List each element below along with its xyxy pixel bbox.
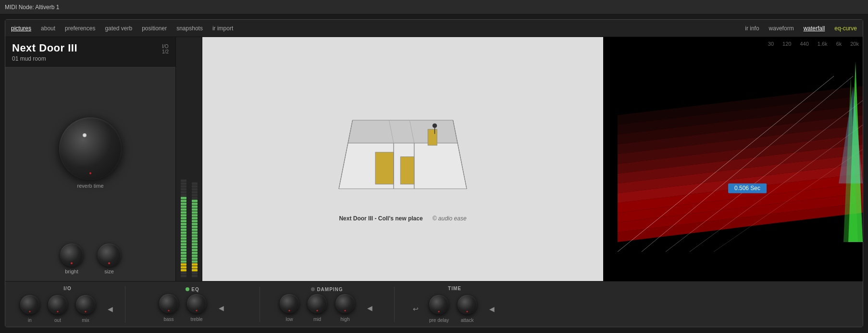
nav-waveform[interactable]: waveform — [769, 25, 794, 32]
eq-knobs-row: bass treble ◀ — [159, 294, 226, 322]
bright-label: bright — [65, 269, 78, 274]
damping-label: DAMPING — [317, 287, 343, 292]
high-knob-item: high — [335, 294, 355, 322]
high-knob[interactable] — [335, 294, 355, 313]
io-knobs-row: in out mix ◀ — [20, 295, 115, 323]
freq-30: 30 — [768, 41, 774, 47]
treble-label: treble — [190, 317, 202, 322]
svg-text:0.506 Sec: 0.506 Sec — [734, 185, 760, 192]
nav-gated-verb[interactable]: gated verb — [105, 25, 132, 32]
io-collapse-arrow[interactable]: ◀ — [106, 304, 115, 314]
nav-bar: pictures about preferences gated verb po… — [5, 20, 863, 37]
preset-header: I/O1/2 Next Door III 01 mud room — [5, 37, 175, 67]
mid-label: mid — [313, 317, 321, 322]
room-floorplan — [311, 97, 494, 212]
vu-meters — [176, 37, 202, 281]
freq-440: 440 — [800, 41, 808, 47]
out-label: out — [54, 318, 61, 323]
nav-ir-info[interactable]: ir info — [745, 25, 759, 32]
plugin-body: pictures about preferences gated verb po… — [5, 19, 863, 327]
damping-header: DAMPING — [311, 287, 343, 292]
reverb-time-area: reverb time — [5, 67, 175, 239]
freq-1k6: 1.6k — [818, 41, 828, 47]
bottom-controls: I/O in out mix ◀ — [5, 281, 863, 327]
picture-title: Next Door III - Coll's new place — [339, 215, 422, 222]
low-knob-item: low — [280, 294, 299, 322]
nav-eq-curve[interactable]: eq-curve — [834, 25, 857, 32]
small-knobs-row: bright size — [5, 239, 175, 281]
eq-section: EQ bass treble ◀ — [125, 287, 260, 322]
vu-channel-right — [190, 142, 199, 277]
eq-header: EQ — [186, 287, 199, 292]
svg-rect-5 — [400, 156, 414, 184]
waterfall-freq-labels: 30 120 440 1.6k 6k 20k — [768, 41, 859, 47]
high-label: high — [341, 317, 350, 322]
title-label: MIDI Node: Altiverb 1 — [5, 4, 59, 11]
pre-delay-label: pre delay — [429, 318, 449, 323]
bass-label: bass — [163, 317, 174, 322]
in-knob[interactable] — [20, 295, 39, 314]
mix-knob-item: mix — [76, 295, 95, 323]
reverb-time-label: reverb time — [77, 183, 103, 189]
time-header: TIME — [448, 286, 461, 293]
svg-marker-1 — [348, 120, 458, 143]
time-label: TIME — [448, 286, 461, 291]
time-knobs-row: ↩ pre delay attack ◀ — [413, 295, 496, 323]
low-knob[interactable] — [280, 294, 299, 313]
svg-rect-6 — [428, 129, 437, 145]
attack-label: attack — [461, 318, 474, 323]
time-collapse-arrow[interactable]: ◀ — [487, 304, 496, 314]
io-badge: I/O1/2 — [162, 44, 169, 54]
size-knob[interactable] — [98, 243, 121, 267]
attack-knob[interactable] — [458, 295, 477, 314]
picture-caption: Next Door III - Coll's new place © audio… — [339, 215, 466, 222]
svg-point-9 — [433, 123, 437, 128]
in-knob-item: in — [20, 295, 39, 323]
nav-pictures[interactable]: pictures — [11, 25, 31, 32]
freq-20k: 20k — [850, 41, 859, 47]
bass-knob-item: bass — [159, 294, 178, 322]
knob-dot — [89, 172, 91, 174]
io-section: I/O in out mix ◀ — [10, 286, 125, 323]
reverb-time-knob[interactable] — [59, 117, 122, 180]
nav-about[interactable]: about — [41, 25, 55, 32]
damping-collapse-arrow[interactable]: ◀ — [365, 303, 374, 313]
title-bar: MIDI Node: Altiverb 1 — [0, 0, 868, 14]
mid-knob[interactable] — [308, 294, 327, 313]
bass-knob[interactable] — [159, 294, 178, 313]
nav-snapshots[interactable]: snapshots — [176, 25, 203, 32]
eq-label: EQ — [191, 287, 199, 292]
preset-sub: 01 mud room — [12, 55, 169, 62]
damping-knobs-row: low mid high ◀ — [280, 294, 374, 322]
eq-toggle[interactable]: EQ — [186, 287, 199, 292]
damping-toggle[interactable]: DAMPING — [311, 287, 343, 292]
mix-knob[interactable] — [76, 295, 95, 314]
eq-collapse-arrow[interactable]: ◀ — [217, 303, 226, 313]
mid-knob-item: mid — [308, 294, 327, 322]
size-label: size — [104, 269, 114, 274]
mix-label: mix — [82, 318, 89, 323]
io-label: I/O — [63, 286, 71, 291]
nav-ir-import[interactable]: ir import — [212, 25, 233, 32]
nav-preferences[interactable]: preferences — [65, 25, 95, 32]
low-label: low — [285, 317, 293, 322]
damping-led — [311, 287, 315, 291]
time-section: TIME ↩ pre delay attack ◀ — [395, 286, 515, 323]
svg-rect-4 — [375, 152, 394, 184]
waterfall-viz: 0.506 Sec — [603, 37, 863, 281]
nav-positioner[interactable]: positioner — [142, 25, 167, 32]
bright-knob[interactable] — [60, 243, 83, 267]
left-panel: I/O1/2 Next Door III 01 mud room reverb … — [5, 37, 176, 281]
out-knob[interactable] — [48, 295, 67, 314]
out-knob-item: out — [48, 295, 67, 323]
picture-copyright: © audio ease — [433, 215, 467, 222]
freq-6k: 6k — [836, 41, 842, 47]
nav-waterfall[interactable]: waterfall — [804, 25, 825, 32]
damping-section: DAMPING low mid high ◀ — [260, 287, 395, 322]
treble-knob[interactable] — [187, 294, 206, 313]
io-header: I/O — [63, 286, 71, 293]
freq-120: 120 — [782, 41, 791, 47]
treble-knob-item: treble — [187, 294, 206, 322]
pre-delay-knob[interactable] — [429, 295, 448, 314]
picture-area: Next Door III - Coll's new place © audio… — [202, 37, 603, 281]
